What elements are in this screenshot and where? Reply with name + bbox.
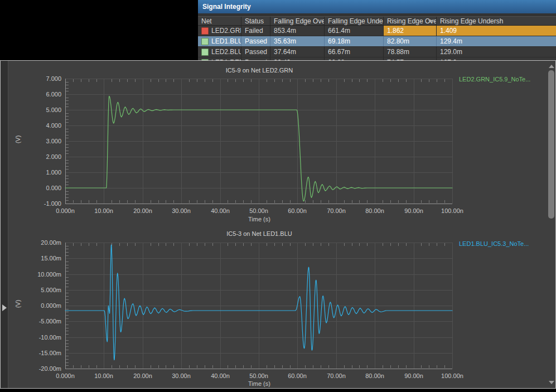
column-header-falling-edge-undershoot[interactable]: Falling Edge Undersh: [325, 17, 384, 25]
falling-overshoot-cell: 853.4m: [270, 26, 325, 36]
waveform-panel: 7.0006.0005.0004.0003.0002.0001.0000.000…: [0, 60, 556, 389]
results-table: Net Status Falling Edge Oversh Falling E…: [198, 16, 556, 61]
y-tick-label: 0.000: [46, 185, 61, 191]
table-row-led2-blu[interactable]: LED2.BLU Passed 37.64m 66.67m 78.88m 129…: [198, 47, 556, 57]
column-header-status[interactable]: Status: [241, 17, 270, 25]
legend-item-led1-blu[interactable]: LED1.BLU_IC5.3_NoTe...: [459, 240, 529, 247]
x-tick-label: 80.00n: [365, 372, 384, 379]
table-header-row: Net Status Falling Edge Oversh Falling E…: [198, 16, 556, 26]
x-tick-label: 10.00n: [94, 207, 113, 214]
rising-overshoot-cell-flagged: 1.862: [384, 26, 437, 36]
x-tick-label: 90.00n: [404, 372, 423, 379]
y-tick-label: 20.00m: [41, 239, 61, 246]
y-tick-label: 10.000m: [37, 271, 61, 278]
y-tick-label: 1.000: [46, 169, 61, 176]
column-header-rising-edge-undershoot[interactable]: Rising Edge Undersh: [437, 17, 556, 25]
x-tick-label: 70.00n: [327, 207, 346, 214]
rising-overshoot-cell: 82.80m: [384, 36, 437, 46]
y-tick-label: 5.000m: [41, 287, 61, 293]
column-header-falling-edge-overshoot[interactable]: Falling Edge Oversh: [270, 17, 325, 25]
rising-undershoot-cell: 129.0m: [437, 47, 556, 57]
falling-overshoot-cell: 35.63m: [270, 36, 325, 46]
table-row-led2-grn[interactable]: LED2.GRN Failed 853.4m 661.4m 1.862 1.40…: [198, 26, 556, 36]
x-axis-label-bottom: Time (s): [66, 380, 453, 387]
chart-title-top: IC5-9 on Net LED2.GRN: [66, 67, 453, 74]
status-failed-icon: [201, 27, 209, 35]
y-tick-label: 3.000: [46, 138, 61, 144]
x-tick-label: 30.00n: [172, 372, 191, 379]
x-tick-label: 20.00n: [133, 372, 152, 379]
x-tick-label: 80.00n: [365, 207, 384, 214]
signal-integrity-panel: Signal Integrity Net Status Falling Edge…: [198, 0, 556, 61]
x-tick-label: 10.00n: [94, 372, 113, 379]
falling-overshoot-cell: 37.64m: [270, 47, 325, 57]
y-tick-label: 0.000m: [41, 302, 61, 309]
x-tick-label: 90.00n: [404, 207, 423, 214]
net-name: LED2.BLU: [211, 47, 241, 57]
y-tick-label: -20.00m: [39, 365, 61, 372]
scrollbar-thumb[interactable]: [548, 70, 554, 219]
falling-undershoot-cell: 69.18m: [325, 36, 384, 46]
screen: Signal Integrity Net Status Falling Edge…: [0, 0, 556, 392]
rising-undershoot-cell: 129.4m: [437, 36, 556, 46]
status-passed-icon: [201, 38, 209, 45]
rising-undershoot-cell-flagged: 1.409: [437, 26, 556, 36]
sort-descending-icon: [428, 20, 433, 23]
panel-titlebar[interactable]: Signal Integrity: [198, 0, 556, 13]
y-tick-label: 6.000: [46, 91, 61, 98]
status-cell: Passed: [241, 36, 270, 46]
column-header-net[interactable]: Net: [198, 17, 241, 25]
net-name: LED2.GRN: [211, 26, 241, 36]
status-cell: Failed: [241, 26, 270, 36]
legend-item-led2-grn[interactable]: LED2.GRN_IC5.9_NoTe...: [459, 76, 530, 83]
chart-title-bottom: IC5-3 on Net LED1.BLU: [66, 230, 453, 237]
x-tick-label: 20.00n: [133, 207, 152, 214]
x-tick-label: 0.000n: [56, 372, 75, 379]
x-tick-label: 30.00n: [172, 207, 191, 214]
y-tick-label: -1.000: [44, 200, 61, 207]
y-axis-label-top: (V): [14, 130, 21, 149]
y-tick-label: 15.00m: [41, 255, 61, 262]
x-tick-label: 60.00n: [288, 207, 307, 214]
y-tick-label: -15.00m: [39, 350, 61, 356]
x-tick-label: 100.00n: [441, 207, 463, 214]
y-tick-label: -10.00m: [39, 334, 61, 341]
x-tick-label: 40.00n: [211, 207, 230, 214]
vertical-scrollbar[interactable]: [547, 61, 555, 388]
rising-overshoot-cell: 78.88m: [384, 47, 437, 57]
y-tick-label: -5.000m: [39, 318, 61, 325]
x-tick-label: 0.000n: [56, 207, 75, 214]
status-cell: Passed: [241, 47, 270, 57]
y-axis-label-bottom: (V): [14, 294, 21, 313]
falling-undershoot-cell: 66.67m: [325, 47, 384, 57]
y-tick-label: 5.000: [46, 107, 61, 113]
x-tick-label: 50.00n: [249, 372, 268, 379]
x-tick-label: 50.00n: [249, 207, 268, 214]
column-header-rising-edge-overshoot[interactable]: Rising Edge Over...: [384, 17, 437, 25]
scroll-down-icon[interactable]: [549, 381, 554, 384]
net-name: LED1.BLU: [211, 36, 241, 46]
x-tick-label: 40.00n: [211, 372, 230, 379]
panel-title: Signal Integrity: [202, 3, 251, 11]
scroll-up-icon[interactable]: [549, 65, 554, 68]
table-row-led1-blu-selected[interactable]: LED1.BLU Passed 35.63m 69.18m 82.80m 129…: [198, 36, 556, 47]
y-tick-label: 7.000: [46, 75, 61, 82]
y-tick-label: 2.000: [46, 153, 61, 160]
x-tick-label: 60.00n: [288, 372, 307, 379]
x-axis-label-top: Time (s): [66, 216, 453, 222]
status-passed-icon: [201, 49, 209, 56]
x-tick-label: 100.00n: [441, 372, 463, 379]
waveform-plot-area[interactable]: 7.0006.0005.0004.0003.0002.0001.0000.000…: [1, 61, 555, 388]
x-tick-label: 70.00n: [327, 372, 346, 379]
falling-undershoot-cell: 661.4m: [325, 26, 384, 36]
y-tick-label: 4.000: [46, 122, 61, 129]
